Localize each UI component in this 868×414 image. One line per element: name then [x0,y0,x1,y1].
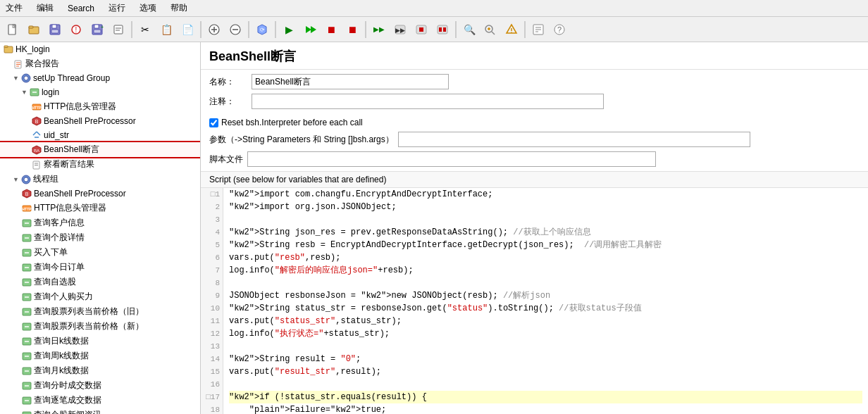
tree-item-http-header[interactable]: HTTP HTTP信息头管理器 [0,99,200,114]
svg-marker-24 [311,26,316,33]
code-line[interactable]: JSONObject resbonseJson = "kw2">new JSON… [229,289,862,302]
tree-item-query-account[interactable]: 查询客户信息 [0,215,200,230]
menu-edit[interactable]: 编辑 [34,1,56,15]
tree-item-query-price-old[interactable]: 查询股票列表当前价格（旧） [0,304,200,319]
toolbar-save2[interactable]: + [87,20,107,39]
svg-text:!: ! [75,26,78,34]
tree-item-query-detail[interactable]: 查询个股详情 [0,230,200,245]
menu-search[interactable]: Search [65,2,97,15]
collapse-icon[interactable]: ▼ [13,75,19,82]
tree-item-query-today-orders[interactable]: 查询今日订单 [0,260,200,275]
tree-item-uid-str[interactable]: uid_str [0,128,200,142]
toolbar-run[interactable]: ▶ [279,20,299,39]
menu-help[interactable]: 帮助 [168,1,190,15]
tree-item-query-price-new[interactable]: 查询股票列表当前价格（新） [0,319,200,334]
tree-label: 线程组 [33,173,58,185]
tree-item-query-minute[interactable]: 查询分时成交数据 [0,378,200,393]
tree-item-assert-results[interactable]: 察看断言结果 [0,157,200,172]
code-line[interactable] [229,213,862,226]
tree-item-beanshell-pre2[interactable]: B BeanShell PreProcessor [0,187,200,201]
script-area[interactable]: □12345678910111213141516□1718192021 "kw2… [201,188,868,414]
code-editor[interactable]: "kw2">import com.changfu.EncryptAndDecry… [223,188,868,414]
tree-item-query-day-k[interactable]: 查询日k线数据 [0,334,200,349]
tree-item-query-holdings[interactable]: 查询自选股 [0,275,200,289]
sampler-icon [21,218,32,229]
tree-item-login[interactable]: ▼ login [0,85,200,99]
toolbar-find2[interactable] [480,20,500,39]
toolbar-help[interactable]: ? [550,20,569,39]
code-line[interactable]: vars.put("resb",resb); [229,251,862,264]
code-line[interactable]: "kw2">String json_res = prev.getResponse… [229,226,862,239]
code-line[interactable]: "kw2">String status_str = resbonseJson.g… [229,302,862,315]
toolbar-add[interactable] [204,20,224,39]
toolbar-remote-start[interactable]: ▶▶ [369,20,389,39]
code-line[interactable]: log.info("执行状态="+status_str); [229,327,862,340]
form-section: 名称： 注释： [201,70,868,118]
params-input[interactable] [398,132,750,147]
toolbar-sep5 [365,21,366,38]
code-line[interactable] [229,340,862,353]
toolbar-revert[interactable]: ! [66,20,86,39]
code-line[interactable]: "kw2">import org.json.JSONObject; [229,201,862,213]
comment-input[interactable] [252,94,604,109]
tree-item-beanshell-pre[interactable]: B BeanShell PreProcessor [0,114,200,128]
tree-label: BeanShell PreProcessor [44,116,136,126]
code-line[interactable]: "kw2">String resb = EncryptAndDecryptInt… [229,239,862,251]
collapse-icon[interactable]: ▼ [13,176,19,183]
http-icon: HTTP [31,101,42,113]
tree-item-buy-stock[interactable]: 买入下单 [0,245,200,260]
tree-item-query-deal[interactable]: 查询逐笔成交数据 [0,393,200,408]
menu-options[interactable]: 选项 [137,1,159,15]
code-line[interactable] [229,378,862,391]
toolbar-new[interactable] [3,20,23,39]
toolbar-shutdown[interactable]: ⏹ [342,20,362,39]
tree-item-http-header2[interactable]: HTTP HTTP信息头管理器 [0,201,200,215]
toolbar-clear-all[interactable]: ⟳ [252,20,272,39]
tree-item-hk-login[interactable]: HK_login [0,42,200,56]
toolbar-save[interactable] [45,20,65,39]
toolbar-cut[interactable]: ✂ [135,20,155,39]
code-line[interactable]: "plain">Failure="kw2">true; [229,403,862,414]
toolbar-stop[interactable]: ⏹ [321,20,341,39]
script-header: Script (see below for variables that are… [201,172,868,188]
tree-item-thread-group[interactable]: ▼ 线程组 [0,172,200,187]
toolbar-remove[interactable] [225,20,245,39]
reset-checkbox[interactable] [209,118,218,127]
code-line[interactable]: vars.put("result_str",result); [229,365,862,378]
tree-item-query-month-k[interactable]: 查询月k线数据 [0,363,200,378]
remaining-tree-items: 查询客户信息查询个股详情买入下单查询今日订单查询自选股查询个人购买力查询股票列表… [0,215,200,414]
toolbar-sep6 [455,21,457,38]
toolbar-clear[interactable] [502,20,521,39]
toolbar-run-no-pause[interactable] [300,20,320,39]
script-file-input[interactable] [247,151,656,167]
code-line[interactable]: "kw2">import com.changfu.EncryptAndDecry… [229,188,862,201]
tree-item-beanshell-assert[interactable]: BA BeanShell断言 [0,142,200,157]
svg-rect-99 [23,412,31,415]
code-line[interactable]: "kw2">if (!status_str.equals(result)) { [229,391,862,403]
toolbar-copy[interactable]: 📋 [156,20,176,39]
tree-item-query-week-k[interactable]: 查询周k线数据 [0,349,200,363]
svg-rect-11 [94,30,101,33]
collapse-icon[interactable]: ▼ [21,89,27,96]
tree-item-setup-thread-group[interactable]: ▼ setUp Thread Group [0,71,200,85]
menu-run[interactable]: 运行 [106,1,128,15]
toolbar-edit[interactable] [108,20,128,39]
toolbar-paste[interactable]: 📄 [178,20,197,39]
toolbar-remote-start-all[interactable]: ▶▶ [390,20,410,39]
tree-item-query-personal[interactable]: 查询个人购买力 [0,289,200,304]
line-number: 14 [204,353,220,365]
code-line[interactable] [229,277,862,289]
toolbar-function-helper[interactable] [528,20,548,39]
main-layout: HK_login 聚合报告 ▼ setUp Thread Group ▼ log… [0,42,868,414]
toolbar-remote-stop-all[interactable] [433,20,452,39]
toolbar-open[interactable] [24,20,44,39]
tree-item-agg-report[interactable]: 聚合报告 [0,56,200,71]
code-line[interactable]: log.info("解密后的响应信息json="+resb); [229,264,862,277]
menu-file[interactable]: 文件 [3,1,25,15]
code-line[interactable]: vars.put("status_str",status_str); [229,315,862,327]
toolbar-find[interactable]: 🔍 [459,20,479,39]
name-input[interactable] [252,74,449,89]
toolbar-remote-stop[interactable] [411,20,431,39]
code-line[interactable]: "kw2">String result = "0"; [229,353,862,365]
tree-item-query-news[interactable]: 查询个股新闻资讯 [0,408,200,414]
